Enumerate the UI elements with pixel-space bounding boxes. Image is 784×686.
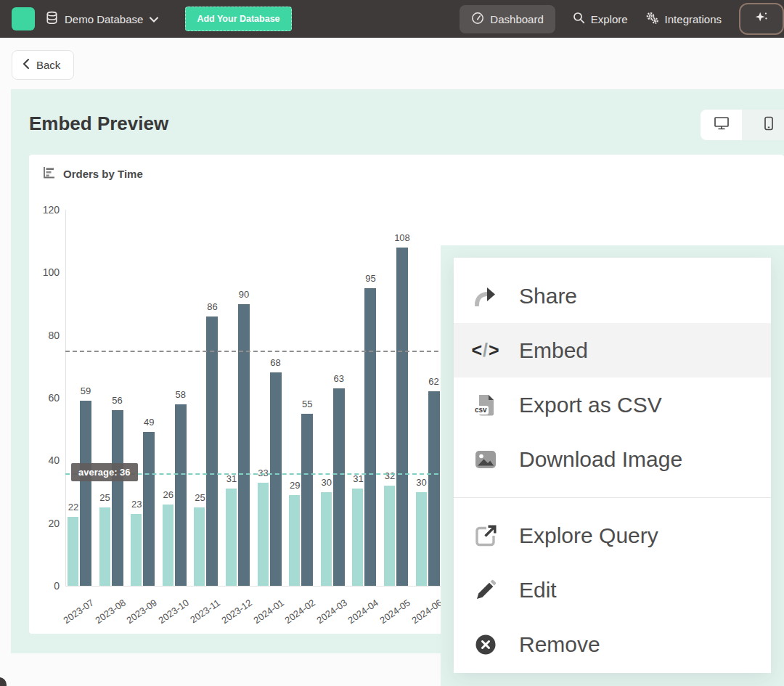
database-icon [45, 11, 59, 27]
dark-bar[interactable] [270, 372, 282, 586]
dark-bar-value-label: 95 [356, 273, 385, 284]
app-logo[interactable] [12, 7, 35, 30]
add-database-button[interactable]: Add Your Database [185, 7, 291, 31]
menu-label-export-csv: Export as CSV [519, 393, 662, 417]
gears-icon [645, 12, 659, 27]
light-bar[interactable] [321, 492, 332, 587]
chart-y-axis-line [65, 210, 66, 586]
nav-item-explore[interactable]: Explore [573, 12, 628, 26]
menu-label-remove: Remove [519, 632, 600, 657]
dark-bar[interactable] [396, 248, 408, 586]
code-embed-icon: </> [473, 338, 499, 364]
menu-label-embed: Embed [519, 338, 588, 363]
dark-bar-value-label: 55 [293, 399, 322, 409]
average-tooltip: average: 36 [71, 463, 138, 481]
back-button[interactable]: Back [12, 50, 74, 80]
y-tick-label: 0 [35, 580, 60, 592]
navbar-left: Demo Database Add Your Database [12, 7, 292, 31]
menu-label-download-image: Download Image [519, 447, 682, 472]
light-bar[interactable] [194, 507, 205, 586]
dark-bar-value-label: 63 [324, 373, 354, 384]
light-bar[interactable] [99, 507, 110, 586]
dark-bar-value-label: 49 [134, 417, 163, 428]
menu-divider [454, 497, 771, 498]
navbar-right: Dashboard Explore Integrations [460, 3, 772, 35]
pencil-edit-icon [473, 577, 499, 603]
nav-item-dashboard[interactable]: Dashboard [460, 5, 555, 33]
dark-bar[interactable] [301, 414, 313, 586]
nav-label-integrations: Integrations [665, 13, 722, 25]
cut-off-toast-corner [0, 677, 7, 686]
dark-bar-value-label: 56 [103, 395, 132, 406]
menu-item-edit[interactable]: Edit [454, 563, 771, 617]
share-icon [473, 283, 499, 309]
menu-label-share: Share [519, 284, 577, 309]
menu-item-download-image[interactable]: Download Image [454, 432, 771, 486]
image-download-icon [473, 446, 499, 473]
ai-assistant-button[interactable] [739, 3, 784, 35]
light-bar[interactable] [384, 486, 395, 586]
mobile-preview-button[interactable] [742, 110, 784, 140]
mobile-phone-icon [764, 116, 774, 134]
nav-item-integrations[interactable]: Integrations [645, 12, 722, 27]
gauge-icon [471, 12, 484, 27]
menu-item-remove[interactable]: Remove [454, 617, 771, 671]
dark-bar-value-label: 68 [261, 357, 290, 368]
back-label: Back [36, 59, 60, 71]
page-title: Embed Preview [29, 113, 168, 135]
external-link-icon [473, 523, 499, 549]
menu-label-edit: Edit [519, 578, 557, 603]
menu-item-export-csv[interactable]: csv Export as CSV [454, 377, 771, 432]
dark-bar[interactable] [112, 410, 123, 586]
dark-bar[interactable] [143, 432, 155, 586]
dark-bar[interactable] [428, 391, 440, 586]
menu-label-explore-query: Explore Query [519, 523, 658, 548]
y-tick-label: 80 [35, 330, 60, 341]
light-bar[interactable] [68, 517, 78, 586]
dark-bar-value-label: 59 [71, 385, 100, 396]
y-tick-label: 120 [35, 204, 60, 216]
dark-bar[interactable] [206, 317, 218, 586]
y-tick-label: 100 [35, 266, 60, 278]
light-bar[interactable] [131, 514, 142, 586]
y-tick-label: 20 [35, 518, 60, 529]
nav-label-dashboard: Dashboard [490, 13, 543, 25]
dark-bar-value-label: 86 [197, 301, 226, 312]
device-preview-toggle [701, 110, 784, 140]
search-icon [573, 12, 585, 26]
dark-bar[interactable] [333, 388, 345, 586]
y-tick-label: 60 [35, 392, 60, 404]
database-name: Demo Database [65, 13, 143, 25]
light-bar[interactable] [416, 492, 427, 587]
top-navbar: Demo Database Add Your Database Dashboar… [0, 0, 784, 38]
light-bar[interactable] [258, 483, 269, 586]
dark-bar[interactable] [175, 404, 187, 586]
chevron-down-icon [149, 13, 159, 25]
menu-item-share[interactable]: Share [454, 269, 771, 323]
dark-bar-value-label: 58 [166, 389, 195, 400]
light-bar[interactable] [289, 495, 300, 586]
desktop-monitor-icon [714, 116, 730, 134]
sparkle-icon [754, 10, 769, 28]
dark-bar-value-label: 108 [388, 232, 417, 243]
desktop-preview-button[interactable] [701, 110, 742, 140]
light-bar[interactable] [352, 489, 363, 586]
chevron-left-icon [22, 58, 30, 72]
csv-file-icon: csv [473, 392, 499, 418]
dark-bar[interactable] [364, 288, 376, 586]
menu-item-embed[interactable]: </> Embed [454, 323, 771, 377]
dark-bar-value-label: 90 [229, 289, 258, 300]
light-bar[interactable] [226, 489, 237, 586]
light-bar[interactable] [163, 505, 173, 586]
dark-bar[interactable] [80, 401, 91, 586]
database-selector[interactable]: Demo Database [45, 11, 159, 27]
nav-label-explore: Explore [591, 13, 628, 25]
menu-item-explore-query[interactable]: Explore Query [454, 508, 771, 563]
y-tick-label: 40 [35, 454, 60, 466]
chart-context-menu: Share </> Embed csv Export as CSV [454, 258, 771, 673]
dark-bar[interactable] [238, 304, 250, 587]
remove-circle-icon [473, 632, 499, 658]
